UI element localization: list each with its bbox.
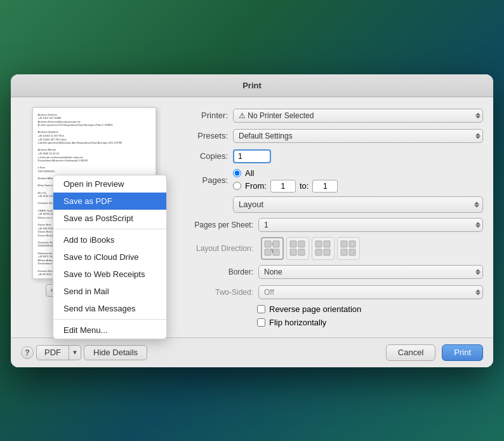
svg-rect-10 [315,249,322,255]
dialog-footer: ? PDF ▼ Hide Details Cancel Print Open i… [11,337,493,367]
layout-direction-label: Layout Direction: [177,244,253,253]
footer-left: ? PDF ▼ Hide Details [21,345,147,360]
help-button[interactable]: ? [21,346,34,359]
reverse-orientation-label: Reverse page orientation [269,304,361,314]
presets-select[interactable]: Default Settings [233,129,483,143]
to-label: to: [300,181,308,191]
two-sided-label: Two-Sided: [177,288,253,297]
menu-open-preview[interactable]: Open in Preview [53,175,166,193]
title-bar: Print [11,74,493,97]
direction-icons [261,237,360,260]
layout-selector-row: Layout [177,196,483,213]
dropdown-divider-1 [53,229,166,229]
svg-rect-7 [298,249,305,255]
svg-rect-5 [298,241,305,247]
border-select-wrapper: None [258,265,483,279]
menu-save-pdf[interactable]: Save as PDF [53,193,166,210]
menu-edit-menu[interactable]: Edit Menu... [53,322,166,339]
reverse-orientation-checkbox[interactable] [257,305,265,313]
menu-save-web-receipts[interactable]: Save to Web Receipts [53,266,166,283]
layout-select-wrapper: Layout [233,196,483,213]
from-label: From: [245,181,267,191]
menu-save-postscript[interactable]: Save as PostScript [53,210,166,227]
pages-to-input[interactable] [312,180,338,193]
pages-per-sheet-row: Pages per Sheet: 1 [177,217,483,233]
pages-per-sheet-label: Pages per Sheet: [177,221,253,229]
dropdown-divider-2 [53,319,166,320]
direction-n1-icon[interactable] [312,237,335,260]
pages-options: All From: to: [233,168,338,193]
pages-row: Pages: All From: to: [177,168,483,193]
hide-details-button[interactable]: Hide Details [84,345,147,360]
pdf-dropdown-menu: Open in Preview Save as PDF Save as Post… [53,175,167,339]
flip-horizontally-row: Flip horizontally [177,318,483,327]
pages-from-row: From: to: [233,180,338,193]
pages-all-label: All [245,168,254,178]
layout-select[interactable]: Layout [233,196,483,213]
svg-rect-9 [324,241,330,247]
svg-rect-11 [324,249,330,255]
border-label: Border: [177,268,253,276]
presets-label: Presets: [177,131,228,140]
svg-rect-3 [273,249,279,255]
pages-all-radio[interactable] [233,169,241,177]
print-dialog: Print Andreas Dinkens +49 1912 547 20460… [11,74,493,367]
svg-rect-12 [341,241,347,247]
pdf-dropdown-arrow[interactable]: ▼ [69,345,81,360]
pages-label: Pages: [177,175,228,185]
flip-horizontally-label: Flip horizontally [269,318,326,327]
direction-s-icon[interactable] [286,237,309,260]
printer-label: Printer: [177,111,228,120]
two-sided-wrapper: Off [258,285,483,299]
printer-select-wrapper: ⚠ No Printer Selected [233,109,483,123]
svg-rect-2 [265,249,271,255]
menu-save-icloud[interactable]: Save to iCloud Drive [53,248,166,266]
menu-send-messages[interactable]: Send via Messages [53,300,166,317]
menu-send-mail[interactable]: Send in Mail [53,283,166,300]
pages-all-row: All [233,168,338,178]
copies-label: Copies: [177,151,228,161]
svg-rect-1 [273,241,279,247]
copies-row: Copies: 1 [177,148,483,165]
svg-rect-13 [349,241,355,247]
svg-rect-6 [290,249,296,255]
footer-right: Cancel Print [386,344,483,361]
pages-from-radio[interactable] [233,182,241,190]
cancel-button[interactable]: Cancel [386,344,435,361]
menu-add-ibooks[interactable]: Add to iBooks [53,231,166,248]
svg-rect-15 [349,249,355,255]
reverse-orientation-row: Reverse page orientation [177,304,483,314]
pages-per-sheet-select[interactable]: 1 [258,218,483,232]
direction-z-icon[interactable] [261,237,284,260]
layout-direction-row: Layout Direction: [177,237,483,260]
dialog-title: Print [242,81,262,90]
svg-rect-8 [315,241,322,247]
printer-select[interactable]: ⚠ No Printer Selected [233,109,483,123]
copies-input[interactable]: 1 [233,149,271,163]
direction-n2-icon[interactable] [337,237,360,260]
border-select[interactable]: None [258,265,483,279]
print-button[interactable]: Print [442,344,483,361]
svg-rect-14 [341,249,347,255]
settings-panel: Printer: ⚠ No Printer Selected Presets: [177,107,483,327]
pages-per-sheet-wrapper: 1 [258,218,483,232]
two-sided-select[interactable]: Off [258,285,483,299]
pdf-button-group: PDF ▼ [36,345,81,360]
svg-rect-0 [265,241,271,247]
border-row: Border: None [177,264,483,280]
presets-select-wrapper: Default Settings [233,129,483,143]
pages-from-input[interactable] [270,180,296,193]
presets-row: Presets: Default Settings [177,128,483,144]
two-sided-row: Two-Sided: Off [177,284,483,301]
flip-horizontally-checkbox[interactable] [257,318,265,327]
printer-row: Printer: ⚠ No Printer Selected [177,107,483,124]
pdf-button[interactable]: PDF [36,345,69,360]
svg-rect-4 [290,241,296,247]
